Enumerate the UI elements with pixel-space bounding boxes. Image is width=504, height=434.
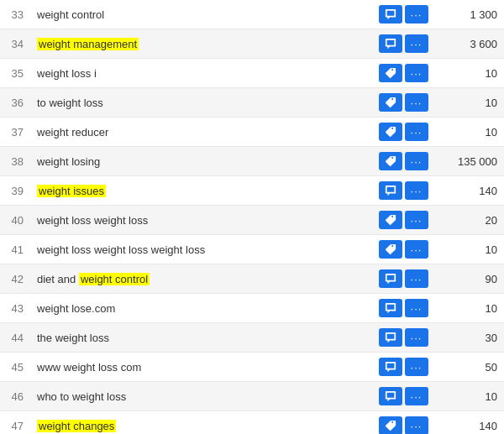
row-number: 39: [0, 176, 30, 206]
keyword-cell: www weight loss com: [30, 353, 370, 382]
volume-cell: 20: [437, 206, 504, 235]
icon1-button[interactable]: [379, 269, 402, 288]
more-button[interactable]: ···: [405, 358, 428, 376]
more-button[interactable]: ···: [405, 387, 428, 405]
table-row: 44 the weight loss ··· 30: [0, 323, 504, 353]
icon1-button[interactable]: [379, 123, 402, 141]
row-number: 41: [0, 235, 30, 264]
more-button[interactable]: ···: [405, 181, 428, 200]
keyword-text: weight issues: [37, 185, 106, 197]
icon1-button[interactable]: [379, 387, 402, 405]
keyword-cell: to weight loss: [30, 88, 370, 118]
keyword-cell: weight loss i: [30, 59, 370, 88]
action-cell: ···: [370, 176, 437, 206]
more-button[interactable]: ···: [405, 64, 428, 82]
row-number: 46: [0, 382, 30, 411]
keyword-text: weight loss i: [37, 67, 97, 80]
action-cell: ···: [370, 59, 437, 88]
more-button[interactable]: ···: [405, 152, 428, 170]
icon1-button[interactable]: [379, 328, 402, 347]
more-button[interactable]: ···: [405, 211, 428, 229]
keyword-cell: who to weight loss: [30, 382, 370, 411]
row-number: 44: [0, 323, 30, 353]
table-row: 38 weight losing ··· 135 000: [0, 147, 504, 176]
action-cell: ···: [370, 118, 437, 147]
row-number: 40: [0, 206, 30, 235]
table-row: 37 weight reducer ··· 10: [0, 118, 504, 147]
keyword-cell: weight lose.com: [30, 294, 370, 323]
keyword-cell: weight management: [30, 29, 370, 59]
more-button[interactable]: ···: [405, 299, 428, 317]
keyword-cell: weight loss weight loss: [30, 206, 370, 235]
more-button[interactable]: ···: [405, 416, 428, 434]
keyword-text: weight losing: [37, 155, 100, 168]
keyword-cell: weight issues: [30, 176, 370, 206]
table-row: 45 www weight loss com ··· 50: [0, 353, 504, 382]
volume-cell: 140: [437, 411, 504, 435]
row-number: 33: [0, 0, 30, 29]
more-button[interactable]: ···: [405, 93, 428, 112]
icon1-button[interactable]: [379, 5, 402, 24]
keyword-highlight: weight issues: [37, 185, 106, 197]
keyword-cell: the weight loss: [30, 323, 370, 353]
keyword-highlight: weight management: [37, 38, 139, 50]
icon1-button[interactable]: [379, 181, 402, 200]
action-cell: ···: [370, 206, 437, 235]
icon1-button[interactable]: [379, 211, 402, 229]
action-cell: ···: [370, 411, 437, 435]
icon1-button[interactable]: [379, 416, 402, 434]
keyword-text: the weight loss: [37, 332, 109, 344]
icon1-button[interactable]: [379, 64, 402, 82]
table-row: 40 weight loss weight loss ··· 20: [0, 206, 504, 235]
volume-cell: 50: [437, 353, 504, 382]
keyword-text: who to weight loss: [37, 390, 126, 403]
keyword-highlight: weight changes: [37, 420, 116, 432]
table-row: 43 weight lose.com ··· 10: [0, 294, 504, 323]
row-number: 34: [0, 29, 30, 59]
keyword-text: weight loss weight loss: [37, 214, 148, 227]
volume-cell: 10: [437, 59, 504, 88]
keyword-text: weight management: [37, 38, 139, 50]
volume-cell: 10: [437, 235, 504, 264]
keyword-text: weight loss weight loss weight loss: [37, 243, 205, 256]
icon1-button[interactable]: [379, 358, 402, 376]
icon1-button[interactable]: [379, 240, 402, 259]
icon1-button[interactable]: [379, 93, 402, 112]
icon1-button[interactable]: [379, 34, 402, 53]
volume-cell: 3 600: [437, 29, 504, 59]
row-number: 43: [0, 294, 30, 323]
more-button[interactable]: ···: [405, 269, 428, 288]
volume-cell: 90: [437, 264, 504, 294]
keyword-cell: weight loss weight loss weight loss: [30, 235, 370, 264]
keywords-table: 33 weight control ··· 1 300 34 weight ma…: [0, 0, 504, 434]
volume-cell: 10: [437, 294, 504, 323]
volume-cell: 140: [437, 176, 504, 206]
row-number: 36: [0, 88, 30, 118]
keyword-text: to weight loss: [37, 97, 103, 109]
more-button[interactable]: ···: [405, 123, 428, 141]
action-cell: ···: [370, 353, 437, 382]
action-cell: ···: [370, 29, 437, 59]
icon1-button[interactable]: [379, 152, 402, 170]
volume-cell: 1 300: [437, 0, 504, 29]
more-button[interactable]: ···: [405, 328, 428, 347]
volume-cell: 10: [437, 118, 504, 147]
more-button[interactable]: ···: [405, 5, 428, 24]
row-number: 42: [0, 264, 30, 294]
keyword-cell: diet and weight control: [30, 264, 370, 294]
icon1-button[interactable]: [379, 299, 402, 317]
table-row: 47 weight changes ··· 140: [0, 411, 504, 435]
more-button[interactable]: ···: [405, 240, 428, 259]
table-row: 35 weight loss i ··· 10: [0, 59, 504, 88]
table-row: 42 diet and weight control ··· 90: [0, 264, 504, 294]
row-number: 47: [0, 411, 30, 435]
keyword-highlight: weight control: [79, 273, 150, 285]
action-cell: ···: [370, 147, 437, 176]
action-cell: ···: [370, 88, 437, 118]
table-row: 41 weight loss weight loss weight loss ·…: [0, 235, 504, 264]
action-cell: ···: [370, 323, 437, 353]
row-number: 35: [0, 59, 30, 88]
more-button[interactable]: ···: [405, 34, 428, 53]
volume-cell: 10: [437, 88, 504, 118]
action-cell: ···: [370, 235, 437, 264]
